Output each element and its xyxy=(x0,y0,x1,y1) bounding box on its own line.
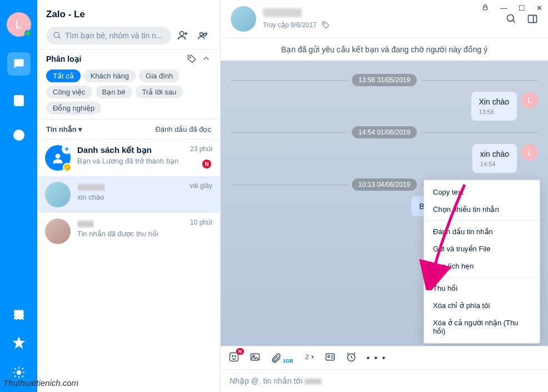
left-rail: L xyxy=(0,0,37,392)
svg-rect-12 xyxy=(484,7,487,9)
conv-avatar xyxy=(45,219,71,244)
message-time: 13:56 xyxy=(479,108,509,115)
mark-all-read[interactable]: Đánh dấu đã đọc xyxy=(155,125,211,133)
message-avatar: L xyxy=(521,92,538,108)
add-badge-icon: + xyxy=(62,144,72,154)
svg-point-8 xyxy=(200,33,203,36)
conv-name xyxy=(77,182,105,191)
ctx-select-multiple[interactable]: Chọn nhiều tin nhắn xyxy=(424,201,540,218)
conv-preview: xin chào xyxy=(77,193,212,201)
ctx-delete-me[interactable]: Xóa chỉ ở phía tôi xyxy=(424,297,540,314)
nav-screenshot[interactable] xyxy=(9,305,28,324)
search-input[interactable]: Tìm bạn bè, nhóm và tin n... xyxy=(46,27,171,44)
search-chat-icon[interactable] xyxy=(506,13,517,24)
conversation-item[interactable]: 10 phút Tin nhắn đã được thu hồi xyxy=(37,213,220,250)
app-title: Zalo - Le xyxy=(46,9,211,20)
tag-icon[interactable] xyxy=(321,21,330,29)
conv-name: Danh sách kết bạn xyxy=(77,145,152,155)
message-input[interactable]: Nhập @, tin nhắn tới xyxy=(221,370,548,392)
message-bubble[interactable]: xin chào 14:54 xyxy=(472,144,517,173)
ctx-send-file[interactable]: Gửi và truyền File xyxy=(424,240,540,257)
attach-button[interactable]: 1GB xyxy=(271,353,293,364)
avatar-letter: L xyxy=(16,18,22,31)
ctx-delete-all[interactable]: Xóa ở cả người nhận (Thu hồi) xyxy=(424,314,540,340)
svg-rect-15 xyxy=(529,15,537,22)
conv-avatar: + ✓ xyxy=(45,145,71,171)
ctx-recall[interactable]: Thu hồi xyxy=(424,280,540,297)
chat-pane: — ☐ ✕ Truy cập 9/6/2017 Bạn đã gửi yêu c… xyxy=(221,0,548,392)
svg-rect-4 xyxy=(14,310,23,319)
svg-rect-22 xyxy=(326,354,334,360)
add-friend-button[interactable] xyxy=(175,27,191,44)
conversation-item[interactable]: vài giây xin chào xyxy=(37,176,220,213)
contact-card-button[interactable] xyxy=(325,351,336,365)
user-avatar[interactable]: L xyxy=(7,12,31,37)
filter-all[interactable]: Tất cả xyxy=(46,70,81,82)
search-placeholder: Tìm bạn bè, nhóm và tin n... xyxy=(65,31,163,40)
messages-section-label[interactable]: Tin nhắn xyxy=(46,125,82,133)
svg-text:Z: Z xyxy=(305,354,309,360)
nav-mentions[interactable] xyxy=(9,126,28,145)
more-button[interactable]: • • • xyxy=(367,353,387,363)
message-context-menu: Copy text Chọn nhiều tin nhắn Đánh dấu t… xyxy=(424,180,540,344)
collapse-icon[interactable] xyxy=(201,54,211,64)
conv-time: vài giây xyxy=(190,182,212,191)
date-divider: 13:56 31/05/2019 xyxy=(352,74,417,86)
svg-point-10 xyxy=(190,57,191,58)
filter-work[interactable]: Công việc xyxy=(46,86,92,98)
message-bubble[interactable]: Xin chào 13:56 xyxy=(471,92,517,121)
conv-time: 23 phút xyxy=(190,145,212,155)
sticker-button[interactable]: N xyxy=(228,351,240,365)
verified-badge-icon: ✓ xyxy=(63,163,72,172)
ctx-create-reminder[interactable]: Tạo lịch hẹn xyxy=(424,257,540,275)
screenshot-button[interactable]: Z xyxy=(303,351,315,365)
friend-request-banner: Bạn đã gửi yêu cầu kết bạn và đang chờ n… xyxy=(221,38,548,61)
tag-icon[interactable] xyxy=(187,54,197,64)
svg-point-11 xyxy=(56,153,61,158)
nav-messages[interactable] xyxy=(7,52,31,76)
sidebar-toggle-icon[interactable] xyxy=(527,13,538,24)
conv-time: 10 phút xyxy=(190,219,212,228)
nav-contacts[interactable] xyxy=(9,91,28,110)
window-controls: — ☐ ✕ xyxy=(481,3,542,13)
nav-starred[interactable] xyxy=(9,334,28,353)
online-indicator xyxy=(24,30,31,37)
svg-point-1 xyxy=(17,98,21,101)
composer: N 1GB Z • • • xyxy=(221,346,548,392)
new-badge: N xyxy=(202,160,211,168)
search-icon xyxy=(53,31,62,40)
chat-body[interactable]: 13:56 31/05/2019 Xin chào 13:56 L 14:54 … xyxy=(221,61,548,346)
message-avatar: L xyxy=(521,144,538,161)
image-button[interactable] xyxy=(250,351,261,365)
filter-later[interactable]: Trả lời sau xyxy=(136,86,183,98)
new-badge: N xyxy=(236,348,245,355)
filter-title: Phân loại xyxy=(46,54,81,63)
filter-friends[interactable]: Bạn bè xyxy=(96,86,132,98)
conversation-item[interactable]: + ✓ Danh sách kết bạn 23 phút Bạn và Lươ… xyxy=(37,140,220,176)
chat-contact-name xyxy=(263,8,506,19)
chat-contact-avatar[interactable] xyxy=(231,6,256,32)
maximize-button[interactable]: ☐ xyxy=(519,4,525,12)
date-divider: 14:54 01/06/2019 xyxy=(352,126,417,138)
message-time: 14:54 xyxy=(480,161,509,167)
conversation-list: + ✓ Danh sách kết bạn 23 phút Bạn và Lươ… xyxy=(37,140,220,392)
date-divider: 10:13 04/06/2019 xyxy=(352,178,417,191)
filter-customers[interactable]: Khách hàng xyxy=(84,70,136,82)
close-button[interactable]: ✕ xyxy=(536,4,542,12)
svg-point-14 xyxy=(507,15,514,22)
ctx-mark[interactable]: Đánh dấu tin nhắn xyxy=(424,223,540,240)
reminder-button[interactable] xyxy=(346,351,357,365)
svg-point-13 xyxy=(323,23,325,24)
conv-preview: Bạn và Lương đã trở thành bạn xyxy=(77,157,212,165)
svg-point-17 xyxy=(232,355,233,356)
message-row: Xin chào 13:56 L xyxy=(231,92,538,121)
minimize-button[interactable]: — xyxy=(500,4,507,12)
filter-colleagues[interactable]: Đồng nghiệp xyxy=(46,102,101,115)
lock-icon[interactable] xyxy=(481,3,489,13)
ctx-copy-text[interactable]: Copy text xyxy=(424,183,540,201)
create-group-button[interactable] xyxy=(195,27,211,44)
last-seen: Truy cập 9/6/2017 xyxy=(263,21,317,29)
sidebar: Zalo - Le Tìm bạn bè, nhóm và tin n... P… xyxy=(37,0,221,392)
filter-family[interactable]: Gia đình xyxy=(139,70,180,82)
svg-point-23 xyxy=(327,355,329,357)
